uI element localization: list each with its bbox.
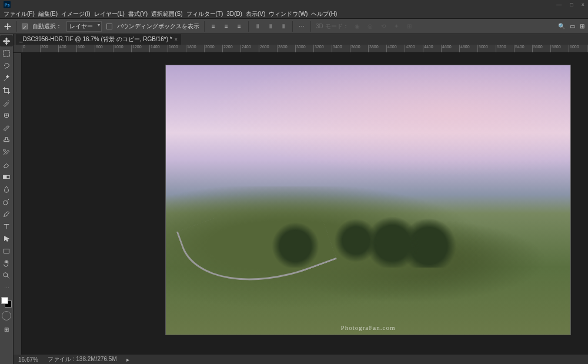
magic-wand-tool[interactable] xyxy=(0,72,13,84)
crop-tool[interactable] xyxy=(0,85,13,96)
options-bar: ✓ 自動選択： レイヤー バウンディングボックスを表示 ≡ ≡ ≡ ⫴ ⫴ ⫴ … xyxy=(0,19,588,34)
3d-icon-4: ✦ xyxy=(392,22,400,31)
close-tab-icon[interactable]: × xyxy=(175,36,178,42)
bounding-box-label: バウンディングボックスを表示 xyxy=(117,22,199,31)
move-tool[interactable] xyxy=(0,35,13,46)
minimize-button[interactable]: — xyxy=(556,2,562,8)
quick-mask-toggle[interactable] xyxy=(2,311,11,320)
align-bottom-icon[interactable]: ⫴ xyxy=(279,22,288,31)
ruler-vertical xyxy=(14,53,22,355)
canvas[interactable]: PhotograFan.com xyxy=(22,53,588,355)
3d-icon-3: ⟲ xyxy=(379,22,387,31)
healing-tool[interactable] xyxy=(0,109,13,121)
menu-3d[interactable]: 3D(D) xyxy=(226,11,242,17)
eyedropper-tool[interactable] xyxy=(0,97,13,108)
gradient-tool[interactable] xyxy=(0,171,13,182)
document-tab-bar: _DSC3956-HDR.TIF @ 16.7% (背景 のコピー, RGB/1… xyxy=(14,34,588,45)
stamp-tool[interactable] xyxy=(0,134,13,145)
menu-image[interactable]: イメージ(I) xyxy=(61,10,90,18)
maximize-button[interactable]: □ xyxy=(570,2,573,8)
auto-select-checkbox[interactable]: ✓ xyxy=(22,24,28,29)
3d-icon-5: ⊞ xyxy=(405,22,413,31)
canvas-area: _DSC3956-HDR.TIF @ 16.7% (背景 のコピー, RGB/1… xyxy=(14,34,588,364)
menu-filter[interactable]: フィルター(T) xyxy=(186,10,223,18)
document-tab-title: _DSC3956-HDR.TIF @ 16.7% (背景 のコピー, RGB/1… xyxy=(19,35,172,44)
document-image: PhotograFan.com xyxy=(165,65,571,335)
toolbox: ⋯ ⊞ xyxy=(0,34,14,364)
window-controls: — □ × xyxy=(556,2,584,8)
zoom-tool[interactable] xyxy=(0,270,13,281)
dodge-tool[interactable] xyxy=(0,196,13,207)
edit-toolbar-icon[interactable]: ⋯ xyxy=(0,282,13,293)
menu-bar: ファイル(F) 編集(E) イメージ(I) レイヤー(L) 書式(Y) 選択範囲… xyxy=(0,9,588,19)
hand-tool[interactable] xyxy=(0,258,13,269)
eraser-tool[interactable] xyxy=(0,159,13,170)
foreground-background-colors[interactable] xyxy=(1,297,12,308)
type-tool[interactable] xyxy=(0,221,13,232)
svg-rect-0 xyxy=(4,50,10,56)
marquee-tool[interactable] xyxy=(0,48,13,59)
search-icon[interactable]: 🔍 xyxy=(558,23,565,29)
auto-select-label: 自動選択： xyxy=(32,22,62,31)
menu-window[interactable]: ウィンドウ(W) xyxy=(269,10,308,18)
3d-icon-1: ◉ xyxy=(353,22,362,31)
history-brush-tool[interactable] xyxy=(0,146,13,158)
path-select-tool[interactable] xyxy=(0,233,13,244)
ruler-horizontal: 0200400600800100012001400160018002000220… xyxy=(14,45,588,53)
pen-tool[interactable] xyxy=(0,208,13,219)
image-watermark: PhotograFan.com xyxy=(166,324,570,331)
svg-point-5 xyxy=(4,201,8,205)
menu-view[interactable]: 表示(V) xyxy=(246,10,265,18)
document-tab[interactable]: _DSC3956-HDR.TIF @ 16.7% (背景 のコピー, RGB/1… xyxy=(16,34,181,45)
3d-mode-label: 3D モード： xyxy=(316,22,349,31)
svg-rect-6 xyxy=(4,249,9,253)
svg-point-7 xyxy=(4,272,8,276)
rectangle-tool[interactable] xyxy=(0,245,13,256)
foreground-color-swatch[interactable] xyxy=(1,297,8,304)
distribute-icon[interactable]: ⋯ xyxy=(298,22,306,31)
align-top-icon[interactable]: ⫴ xyxy=(253,22,262,31)
menu-edit[interactable]: 編集(E) xyxy=(38,10,58,18)
align-center-h-icon[interactable]: ≡ xyxy=(222,22,230,31)
app-icon: Ps xyxy=(4,1,11,8)
brush-tool[interactable] xyxy=(0,122,13,133)
bounding-box-checkbox[interactable] xyxy=(106,24,112,29)
zoom-level[interactable]: 16.67% xyxy=(18,356,38,363)
menu-file[interactable]: ファイル(F) xyxy=(4,10,35,18)
menu-layer[interactable]: レイヤー(L) xyxy=(94,10,125,18)
blur-tool[interactable] xyxy=(0,183,13,195)
align-left-icon[interactable]: ≡ xyxy=(209,22,218,31)
align-center-v-icon[interactable]: ⫴ xyxy=(266,22,275,31)
move-tool-indicator[interactable] xyxy=(4,22,12,31)
align-right-icon[interactable]: ≡ xyxy=(235,22,243,31)
menu-type[interactable]: 書式(Y) xyxy=(128,10,148,18)
title-bar: Ps — □ × xyxy=(0,0,588,9)
svg-rect-4 xyxy=(4,175,6,178)
screen-mode-icon[interactable]: ⊞ xyxy=(0,324,13,335)
lasso-tool[interactable] xyxy=(0,60,13,71)
3d-icon-2: ◎ xyxy=(366,22,375,31)
menu-help[interactable]: ヘルプ(H) xyxy=(311,10,337,18)
svg-point-2 xyxy=(4,149,6,151)
file-size-info[interactable]: ファイル : 138.2M/276.5M xyxy=(48,355,117,363)
close-button[interactable]: × xyxy=(582,2,584,8)
menu-select[interactable]: 選択範囲(S) xyxy=(151,10,182,18)
workspace-menu-icon[interactable]: ⊞ xyxy=(580,23,584,29)
workspace-icon[interactable]: ▭ xyxy=(570,23,575,29)
status-bar: 16.67% ファイル : 138.2M/276.5M ▸ xyxy=(14,355,588,364)
auto-select-dropdown[interactable]: レイヤー xyxy=(66,21,102,32)
status-arrow-icon[interactable]: ▸ xyxy=(126,356,129,363)
